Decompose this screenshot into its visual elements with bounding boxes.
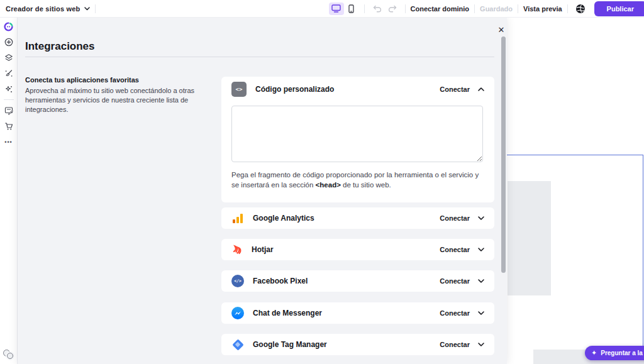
connect-button[interactable]: Conectar <box>440 341 470 348</box>
connect-domain-button[interactable]: Conectar dominio <box>411 5 470 13</box>
modal-title: Integraciones <box>25 40 95 53</box>
hotjar-icon <box>231 244 243 255</box>
custom-code-input[interactable] <box>231 106 483 162</box>
intro-heading: Conecta tus aplicaciones favoritas <box>25 76 228 84</box>
intro-body: Aprovecha al máximo tu sitio web conectá… <box>25 86 228 114</box>
connect-button[interactable]: Conectar <box>440 85 470 93</box>
sidebar: ••• <box>0 18 18 364</box>
cart-icon <box>4 122 13 131</box>
divider <box>95 4 96 13</box>
redo-icon <box>388 5 397 13</box>
blog-edit-icon <box>4 106 13 115</box>
custom-code-body: Pega el fragmento de código proporcionad… <box>221 102 494 190</box>
divider <box>364 4 365 13</box>
layers-icon <box>4 53 13 62</box>
custom-code-card: <> Código personalizado Conectar Pega el… <box>221 77 494 202</box>
integration-row-hotjar[interactable]: Hotjar Conectar <box>221 239 494 260</box>
sparkle-icon: ✦ <box>591 350 597 356</box>
sidebar-item-blog[interactable] <box>0 102 18 118</box>
globe-icon <box>575 4 586 14</box>
desktop-icon <box>331 4 341 13</box>
undo-icon <box>373 5 382 13</box>
custom-code-hint: Pega el fragmento de código proporcionad… <box>231 170 484 190</box>
add-element-icon <box>4 38 13 47</box>
language-button[interactable] <box>573 3 588 15</box>
divider <box>567 4 568 13</box>
integration-name: Código personalizado <box>255 85 334 94</box>
sidebar-item-sections[interactable] <box>0 50 18 65</box>
google-tag-manager-icon <box>231 338 244 351</box>
chevron-up-icon[interactable] <box>478 87 484 91</box>
chevron-down-icon[interactable] <box>478 279 484 283</box>
chevron-down-icon[interactable] <box>478 216 484 220</box>
preview-button[interactable]: Vista previa <box>523 5 562 13</box>
divider <box>518 4 518 13</box>
messenger-icon <box>231 307 244 319</box>
undo-button[interactable] <box>370 3 385 15</box>
builder-menu[interactable]: Creador de sitios web <box>0 5 90 13</box>
connect-button[interactable]: Conectar <box>440 246 470 253</box>
cookie-settings-icon[interactable] <box>3 349 16 360</box>
integration-name: Chat de Messenger <box>253 309 322 317</box>
saved-status: Guardado <box>480 5 513 13</box>
hostinger-logo[interactable] <box>0 19 18 34</box>
ai-sparkles-icon <box>4 85 13 94</box>
ask-ai-button[interactable]: ✦ Preguntar a la IA <box>585 346 644 360</box>
sidebar-item-store[interactable] <box>0 118 18 134</box>
canvas-image-placeholder <box>508 181 551 295</box>
custom-code-icon: <> <box>231 82 247 97</box>
connect-button[interactable]: Conectar <box>440 214 470 222</box>
app-title: Creador de sitios web <box>6 5 80 13</box>
modal-scrollbar[interactable] <box>501 36 506 273</box>
google-analytics-icon <box>231 212 244 224</box>
sidebar-item-more[interactable]: ••• <box>0 134 18 150</box>
close-icon[interactable]: ✕ <box>493 21 509 38</box>
mobile-view-button[interactable] <box>344 3 359 15</box>
modal-divider <box>25 57 494 57</box>
topbar: Creador de sitios web Conec <box>0 0 644 18</box>
desktop-view-button[interactable] <box>329 3 344 15</box>
integration-name: Facebook Pixel <box>253 277 308 285</box>
mobile-icon <box>348 4 354 13</box>
integration-name: Hotjar <box>252 245 274 254</box>
integration-name: Google Analytics <box>253 214 314 223</box>
integration-row-messenger[interactable]: Chat de Messenger Conectar <box>221 302 494 324</box>
integration-name: Google Tag Manager <box>253 340 327 349</box>
integration-row-google-analytics[interactable]: Google Analytics Conectar <box>221 207 494 229</box>
publish-button[interactable]: Publicar <box>594 1 644 16</box>
paintbrush-icon <box>4 69 13 78</box>
divider <box>474 4 475 13</box>
connect-button[interactable]: Conectar <box>440 309 470 317</box>
chevron-down-icon <box>84 7 90 11</box>
more-icon: ••• <box>4 141 12 143</box>
chevron-down-icon[interactable] <box>478 248 484 251</box>
sidebar-item-ai-tools[interactable] <box>0 81 18 97</box>
sidebar-divider <box>4 99 14 100</box>
ask-ai-label: Preguntar a la IA <box>601 350 644 356</box>
sidebar-item-design[interactable] <box>0 65 18 81</box>
integration-row-google-tag-manager[interactable]: Google Tag Manager Conectar <box>221 334 494 355</box>
chevron-down-icon[interactable] <box>478 311 484 315</box>
sidebar-item-add-element[interactable] <box>0 34 18 50</box>
chevron-down-icon[interactable] <box>478 343 484 346</box>
integrations-modal: ✕ Integraciones Conecta tus aplicaciones… <box>18 18 507 364</box>
connect-button[interactable]: Conectar <box>440 277 470 285</box>
website-canvas <box>507 18 644 364</box>
intro-text: Conecta tus aplicaciones favoritas Aprov… <box>25 76 228 114</box>
integration-row-facebook-pixel[interactable]: </> Facebook Pixel Conectar <box>221 270 494 292</box>
facebook-pixel-icon: </> <box>231 275 244 287</box>
custom-code-header[interactable]: <> Código personalizado Conectar <box>221 77 494 102</box>
divider <box>405 4 406 13</box>
redo-button[interactable] <box>385 3 400 15</box>
